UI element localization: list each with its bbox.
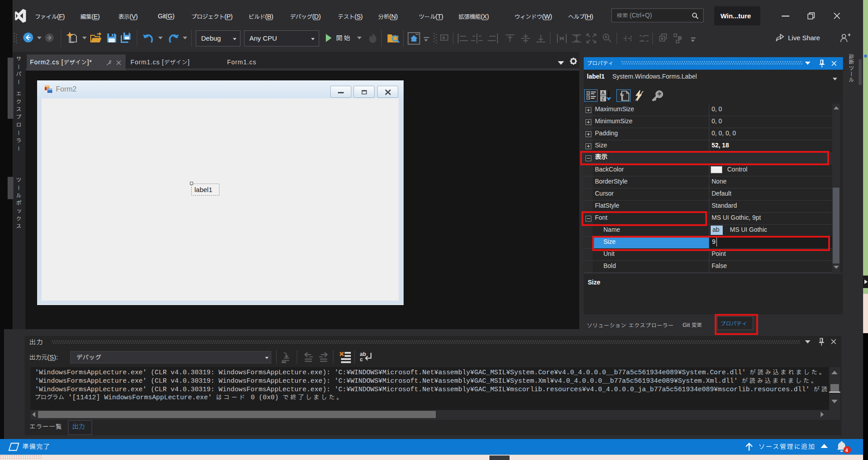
svg-text:Z: Z [602,96,605,101]
svg-text:c: c [360,356,363,363]
svg-text:A: A [601,90,605,96]
